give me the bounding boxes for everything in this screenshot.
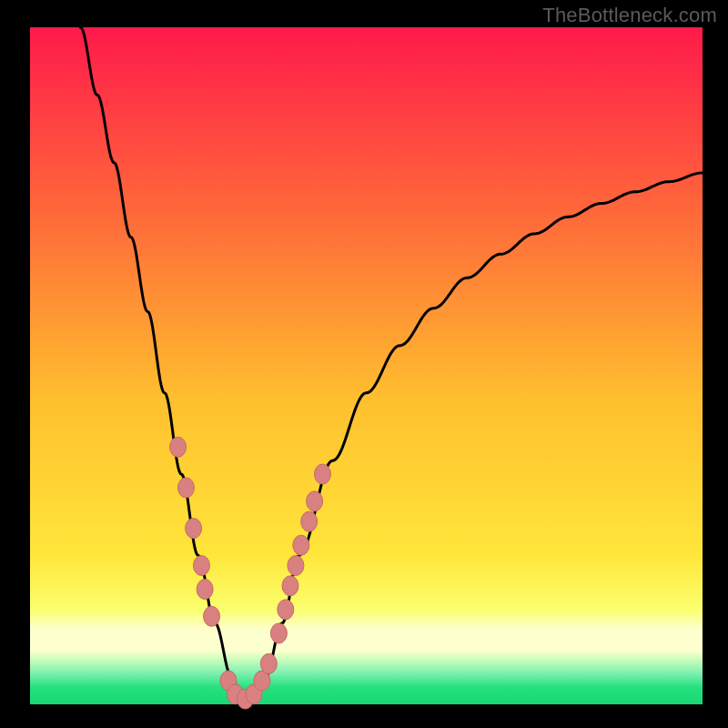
data-marker xyxy=(193,555,209,575)
data-marker xyxy=(307,491,323,511)
chart-canvas xyxy=(0,0,728,728)
data-marker xyxy=(260,653,277,673)
data-marker xyxy=(293,535,309,555)
data-marker xyxy=(314,464,330,484)
data-marker xyxy=(186,519,202,539)
data-marker xyxy=(270,623,287,643)
data-marker xyxy=(278,600,294,620)
data-marker xyxy=(170,437,187,457)
data-marker xyxy=(177,478,194,498)
data-marker xyxy=(204,606,220,626)
watermark-text: TheBottleneck.com xyxy=(542,4,717,27)
data-marker xyxy=(197,580,213,600)
chart-container: TheBottleneck.com xyxy=(0,0,728,728)
plot-background xyxy=(30,27,703,704)
data-marker xyxy=(282,576,298,596)
data-marker xyxy=(301,511,318,531)
data-marker xyxy=(288,555,304,575)
